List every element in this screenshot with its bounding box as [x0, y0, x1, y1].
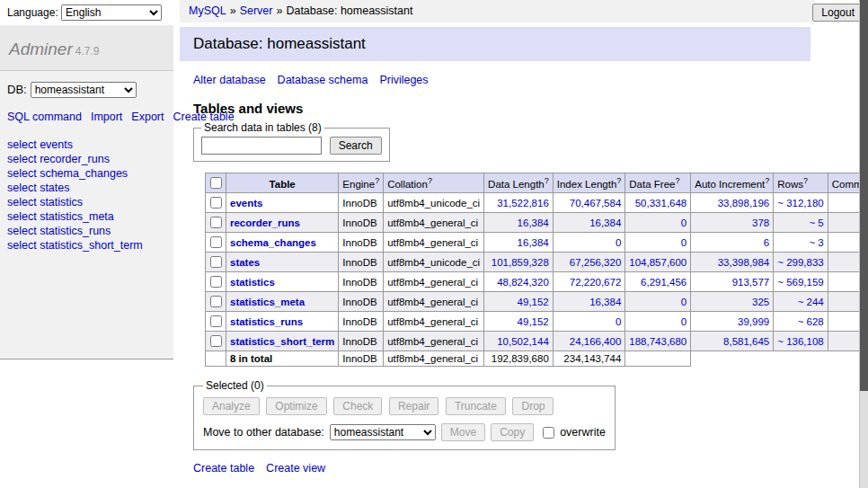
alter-database-link[interactable]: Alter database: [193, 74, 266, 86]
table-action-button[interactable]: Check: [333, 397, 382, 415]
breadcrumb-server-link[interactable]: Server: [240, 4, 273, 17]
row-checkbox[interactable]: [210, 296, 222, 307]
rows-count-cell[interactable]: ~ 136,108: [774, 332, 828, 351]
row-checkbox[interactable]: [210, 315, 222, 327]
select-table-link[interactable]: select statistics_meta: [7, 210, 114, 223]
privileges-link[interactable]: Privileges: [379, 74, 428, 86]
column-help-link[interactable]: ?: [375, 176, 379, 185]
db-select[interactable]: homeassistant: [31, 82, 137, 98]
vertical-scrollbar[interactable]: [859, 0, 868, 488]
row-checkbox[interactable]: [210, 276, 222, 288]
rows-count-cell[interactable]: ~ 569,159: [774, 272, 828, 292]
search-input[interactable]: [201, 137, 322, 155]
data-length-cell[interactable]: 10,502,144: [484, 332, 554, 351]
index-length-cell[interactable]: 0: [553, 233, 625, 253]
rows-count-cell[interactable]: ~ 244: [774, 292, 828, 312]
auto-increment-cell[interactable]: 6: [691, 233, 774, 253]
table-name-link[interactable]: statistics_runs: [230, 316, 303, 327]
index-length-cell[interactable]: 16,384: [553, 292, 625, 312]
sql-command-link[interactable]: SQL command: [7, 111, 82, 123]
data-free-cell[interactable]: 0: [625, 292, 691, 312]
index-length-cell[interactable]: 24,166,400: [553, 332, 625, 351]
table-action-button[interactable]: Optimize: [266, 397, 326, 415]
select-table-link[interactable]: select states: [7, 182, 69, 194]
copy-button[interactable]: Copy: [491, 423, 534, 441]
select-table-link[interactable]: select schema_changes: [7, 167, 128, 180]
overwrite-checkbox[interactable]: [543, 427, 554, 439]
index-length-cell[interactable]: 16,384: [553, 213, 625, 233]
select-all-checkbox[interactable]: [210, 177, 222, 189]
create-table-link[interactable]: Create table: [193, 462, 254, 475]
column-help-link[interactable]: ?: [428, 176, 432, 185]
select-table-link[interactable]: select recorder_runs: [7, 153, 110, 165]
table-action-button[interactable]: Truncate: [446, 397, 506, 415]
select-table-link[interactable]: select statistics: [7, 196, 83, 209]
column-help-link[interactable]: ?: [803, 176, 808, 185]
column-help-link[interactable]: ?: [765, 176, 769, 185]
rows-count-cell[interactable]: ~ 628: [774, 312, 828, 332]
row-checkbox[interactable]: [210, 256, 222, 268]
data-length-cell[interactable]: 49,152: [484, 292, 554, 312]
language-select[interactable]: English: [61, 4, 162, 21]
export-link[interactable]: Export: [131, 111, 164, 123]
auto-increment-cell[interactable]: 325: [691, 292, 774, 312]
auto-increment-cell[interactable]: 39,999: [691, 312, 774, 332]
row-checkbox[interactable]: [210, 335, 222, 347]
auto-increment-cell[interactable]: 913,577: [691, 272, 774, 292]
scrollbar-thumb[interactable]: [860, 0, 868, 391]
data-free-cell[interactable]: 0: [625, 213, 691, 233]
breadcrumb: MySQL»Server»Database: homeassistant: [180, 0, 815, 22]
data-length-cell[interactable]: 16,384: [484, 233, 554, 253]
table-action-button[interactable]: Drop: [512, 397, 554, 415]
row-checkbox[interactable]: [210, 197, 222, 209]
rows-count-cell[interactable]: ~ 3: [774, 233, 828, 253]
move-database-select[interactable]: homeassistant: [330, 424, 436, 440]
data-length-cell[interactable]: 16,384: [484, 213, 554, 233]
data-free-cell[interactable]: 0: [625, 312, 691, 332]
data-length-cell[interactable]: 48,824,320: [484, 272, 554, 292]
select-table-link[interactable]: select statistics_runs: [7, 225, 111, 237]
select-table-link[interactable]: select statistics_short_term: [7, 239, 143, 252]
data-free-cell[interactable]: 50,331,648: [625, 193, 691, 213]
auto-increment-cell[interactable]: 33,398,984: [691, 253, 774, 272]
table-name-link[interactable]: recorder_runs: [230, 217, 300, 228]
auto-increment-cell[interactable]: 378: [691, 213, 774, 233]
rows-count-cell[interactable]: ~ 312,180: [774, 193, 828, 213]
row-checkbox[interactable]: [210, 236, 222, 248]
database-schema-link[interactable]: Database schema: [278, 74, 368, 86]
table-name-link[interactable]: statistics_meta: [230, 297, 305, 307]
column-help-link[interactable]: ?: [545, 176, 549, 185]
data-free-cell[interactable]: 0: [625, 233, 691, 253]
data-length-cell[interactable]: 49,152: [484, 312, 554, 332]
select-table-link[interactable]: select events: [7, 138, 73, 151]
data-length-cell[interactable]: 101,859,328: [484, 253, 554, 272]
table-action-button[interactable]: Repair: [389, 397, 438, 415]
rows-count-cell[interactable]: ~ 5: [774, 213, 828, 233]
index-length-cell[interactable]: 70,467,584: [553, 193, 625, 213]
table-name-link[interactable]: statistics_short_term: [230, 336, 334, 347]
logout-button[interactable]: Logout: [812, 4, 864, 22]
breadcrumb-mysql-link[interactable]: MySQL: [189, 4, 226, 17]
auto-increment-cell[interactable]: 8,581,645: [691, 332, 774, 351]
row-checkbox[interactable]: [210, 217, 222, 228]
index-length-cell[interactable]: 0: [553, 312, 625, 332]
data-length-cell[interactable]: 31,522,816: [484, 193, 554, 213]
create-view-link[interactable]: Create view: [266, 462, 325, 475]
table-name-link[interactable]: states: [230, 257, 260, 268]
table-name-link[interactable]: events: [230, 198, 262, 209]
move-button[interactable]: Move: [441, 423, 485, 441]
data-free-cell[interactable]: 188,743,680: [625, 332, 691, 351]
auto-increment-cell[interactable]: 33,898,196: [691, 193, 774, 213]
import-link[interactable]: Import: [91, 111, 122, 123]
rows-count-cell[interactable]: ~ 299,833: [774, 253, 828, 272]
search-button[interactable]: Search: [330, 137, 382, 155]
data-free-cell[interactable]: 104,857,600: [625, 253, 691, 272]
index-length-cell[interactable]: 67,256,320: [553, 253, 625, 272]
data-free-cell[interactable]: 6,291,456: [625, 272, 691, 292]
table-name-link[interactable]: statistics: [230, 277, 275, 288]
table-name-link[interactable]: schema_changes: [230, 237, 316, 248]
column-help-link[interactable]: ?: [675, 176, 679, 185]
table-action-button[interactable]: Analyze: [203, 397, 260, 415]
column-help-link[interactable]: ?: [616, 176, 621, 185]
index-length-cell[interactable]: 72,220,672: [553, 272, 625, 292]
